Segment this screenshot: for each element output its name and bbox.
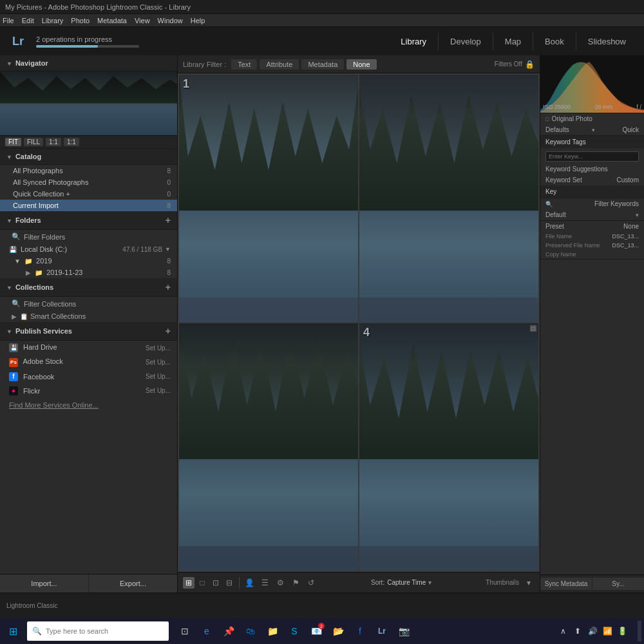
nav-tab-map[interactable]: Map xyxy=(493,33,533,50)
sort-label: Sort: xyxy=(371,579,384,586)
taskbar-search-input[interactable] xyxy=(46,627,164,635)
task-view-icon[interactable]: ⊡ xyxy=(175,621,194,641)
progress-fill xyxy=(36,45,98,48)
filter-tab-text[interactable]: Text xyxy=(231,59,257,70)
menu-window[interactable]: Window xyxy=(158,17,183,24)
nav-tab-book[interactable]: Book xyxy=(533,33,576,50)
tray-network-icon[interactable]: 📶 xyxy=(601,625,614,638)
water-3 xyxy=(179,459,358,545)
menu-view[interactable]: View xyxy=(135,17,150,24)
sticky-notes-icon[interactable]: 📌 xyxy=(219,621,238,641)
catalog-quick-collection[interactable]: Quick Collection + 0 xyxy=(0,188,177,200)
publish-flickr[interactable]: ● Flickr Set Up... xyxy=(0,384,177,398)
filter-collections-row[interactable]: 🔍 Filter Collections xyxy=(0,297,177,310)
find-more-services[interactable]: Find More Services Online... xyxy=(0,398,177,412)
filter-folders-row[interactable]: 🔍 Filter Folders xyxy=(0,230,177,243)
keyword-tags-input[interactable] xyxy=(545,151,639,162)
photo-cell-3[interactable] xyxy=(179,323,358,571)
nav-tab-develop[interactable]: Develop xyxy=(438,33,493,50)
lightroom-taskbar-icon[interactable]: Lr xyxy=(372,621,392,641)
folders-header[interactable]: ▼Folders + xyxy=(0,211,177,230)
flag-icon[interactable]: ⚑ xyxy=(290,577,301,589)
sync-metadata-button[interactable]: Sync Metadata xyxy=(540,578,592,590)
camera-taskbar-icon[interactable]: 📷 xyxy=(394,621,413,641)
tray-chevron-icon[interactable]: ∧ xyxy=(556,625,569,638)
folders-icon[interactable]: 📁 xyxy=(263,621,282,641)
filter-tab-metadata[interactable]: Metadata xyxy=(301,59,344,70)
filter-bar: Library Filter : Text Attribute Metadata… xyxy=(178,55,540,73)
catalog-header[interactable]: ▼Catalog xyxy=(0,149,177,165)
smart-collections-row[interactable]: ▶ 📋 Smart Collections xyxy=(0,310,177,322)
menu-edit[interactable]: Edit xyxy=(22,17,34,24)
hard-drive-icon: 💾 xyxy=(9,343,18,352)
settings-icon[interactable]: ⚙ xyxy=(274,577,286,589)
nav-tabs: Library Develop Map Book Slideshow xyxy=(389,33,638,50)
mail-icon[interactable]: 📧2 xyxy=(307,621,326,641)
sync-button[interactable]: Sy... xyxy=(592,578,644,590)
publish-adobe-stock[interactable]: Ps Adobe Stock Set Up... xyxy=(0,355,177,370)
folders-add-btn[interactable]: + xyxy=(166,215,171,225)
nav-zoom-btn[interactable]: 1:1 xyxy=(64,138,79,146)
publish-facebook[interactable]: f Facebook Set Up... xyxy=(0,370,177,384)
flickr-setup-btn[interactable]: Set Up... xyxy=(146,387,171,394)
export-button[interactable]: Export... xyxy=(89,574,177,592)
copy-name-row: Copy Name xyxy=(540,250,644,259)
navigator-triangle: ▼ xyxy=(6,61,12,67)
rotate-icon[interactable]: ↺ xyxy=(305,577,317,589)
facebook-setup-btn[interactable]: Set Up... xyxy=(146,373,171,380)
filter-tab-attribute[interactable]: Attribute xyxy=(260,59,299,70)
windows-logo-icon: ⊞ xyxy=(9,625,17,638)
adobe-stock-setup-btn[interactable]: Set Up... xyxy=(146,359,171,366)
collections-add-btn[interactable]: + xyxy=(166,282,171,292)
menu-help[interactable]: Help xyxy=(191,17,205,24)
compare-view-icon[interactable]: ⊡ xyxy=(210,577,222,589)
import-button[interactable]: Import... xyxy=(0,574,89,592)
catalog-synced-photographs[interactable]: All Synced Photographs 0 xyxy=(0,176,177,188)
skype-icon[interactable]: S xyxy=(285,621,304,641)
catalog-all-photographs[interactable]: All Photographs 8 xyxy=(0,165,177,176)
loupe-view-icon[interactable]: □ xyxy=(196,577,208,589)
publish-services-add-btn[interactable]: + xyxy=(166,326,171,336)
catalog-current-import[interactable]: Current Import 8 xyxy=(0,200,177,211)
edge-icon[interactable]: e xyxy=(197,621,216,641)
collections-header[interactable]: ▼Collections + xyxy=(0,278,177,297)
grid-view-icon[interactable]: ⊞ xyxy=(183,577,194,589)
filter-icon[interactable]: ☰ xyxy=(259,577,270,589)
filter-keywords-row[interactable]: 🔍 Filter Keywords xyxy=(540,198,644,209)
people-icon[interactable]: 👤 xyxy=(243,577,255,589)
navigator-header[interactable]: ▼Navigator xyxy=(0,55,177,71)
publish-services-header[interactable]: ▼Publish Services + xyxy=(0,322,177,341)
menu-photo[interactable]: Photo xyxy=(71,17,90,24)
photo-cell-4[interactable]: 4 □ xyxy=(359,323,538,571)
nav-fill-btn[interactable]: FILL xyxy=(24,138,43,146)
filter-tab-none[interactable]: None xyxy=(346,59,376,70)
thumbnail-size-icon[interactable]: ▾ xyxy=(523,577,535,589)
survey-view-icon[interactable]: ⊟ xyxy=(223,577,235,589)
menu-file[interactable]: File xyxy=(3,17,14,24)
folder-local-disk[interactable]: 💾 Local Disk (C:) 47.6 / 118 GB ▼ xyxy=(0,243,177,255)
nav-1-1-btn[interactable]: 1:1 xyxy=(46,138,61,146)
store-icon[interactable]: 🛍 xyxy=(241,621,260,641)
file-explorer-icon[interactable]: 📂 xyxy=(328,621,348,641)
taskbar-search-bar[interactable]: 🔍 xyxy=(27,621,169,641)
tray-power-icon[interactable]: 🔋 xyxy=(616,625,629,638)
publish-hard-drive[interactable]: 💾 Hard Drive Set Up... xyxy=(0,341,177,355)
sort-direction-icon[interactable]: ▾ xyxy=(428,579,431,586)
start-button[interactable]: ⊞ xyxy=(3,621,23,641)
filter-bar-label: Library Filter : xyxy=(183,61,226,68)
menu-library[interactable]: Library xyxy=(42,17,64,24)
folder-2019[interactable]: ▼ 📁 2019 8 xyxy=(0,255,177,267)
folder-2019-11-23[interactable]: ▶ 📁 2019-11-23 8 xyxy=(0,267,177,278)
facebook-taskbar-icon[interactable]: f xyxy=(350,621,370,641)
nav-tab-library[interactable]: Library xyxy=(389,33,438,50)
nav-fit-btn[interactable]: FIT xyxy=(5,138,21,146)
show-desktop-button[interactable] xyxy=(638,621,641,641)
tray-upload-icon[interactable]: ⬆ xyxy=(571,625,584,638)
photo-cell-2[interactable] xyxy=(359,75,538,322)
menu-metadata[interactable]: Metadata xyxy=(97,17,127,24)
tray-sound-icon[interactable]: 🔊 xyxy=(586,625,599,638)
nav-tab-slideshow[interactable]: Slideshow xyxy=(576,33,638,50)
lock-icon[interactable]: 🔒 xyxy=(525,60,535,69)
photo-cell-1[interactable]: 1 xyxy=(179,75,358,322)
hard-drive-setup-btn[interactable]: Set Up... xyxy=(146,345,171,352)
